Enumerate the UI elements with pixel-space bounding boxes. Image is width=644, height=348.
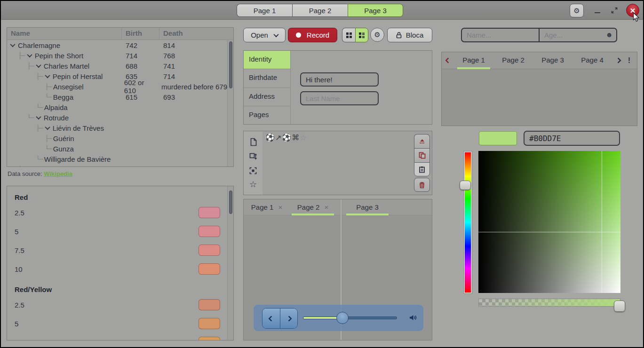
column-header-birth[interactable]: Birth — [122, 28, 159, 40]
tree-row[interactable]: ├─Charles Martel688741 — [7, 61, 227, 71]
tree-row[interactable]: ├─Ansegisel602 or 610murdered before 679 — [7, 81, 227, 92]
notebook-tab[interactable]: Page 2 — [493, 52, 533, 69]
tab-overflow-indicator[interactable]: ! — [628, 56, 630, 65]
seek-slider-handle[interactable] — [336, 312, 349, 324]
tree-row-name: Pepin of Herstal — [53, 72, 103, 80]
list-item[interactable]: 5 — [7, 314, 227, 333]
eject-button[interactable] — [414, 134, 430, 148]
alpha-slider-handle[interactable] — [614, 301, 625, 312]
settings-gear-button[interactable]: ⚙ — [570, 4, 584, 17]
expander-icon[interactable] — [45, 73, 50, 78]
hue-slider[interactable] — [463, 151, 472, 294]
hue-slider-handle[interactable] — [460, 181, 471, 190]
tree-line: └─ — [36, 104, 43, 111]
form-tab-birthdate[interactable]: Birthdate — [244, 69, 290, 87]
header-page-button[interactable]: Page 2 — [292, 4, 348, 17]
form-tab-address[interactable]: Address — [244, 88, 290, 106]
copy-icon — [419, 152, 426, 159]
form-tab-pages[interactable]: Pages — [244, 106, 290, 124]
saturation-value-plane[interactable] — [478, 151, 620, 293]
tree-row[interactable]: Charlemagne742814 — [7, 40, 227, 50]
tree-row[interactable]: ├─Liévin de Trèves — [7, 123, 227, 133]
grid-view-button[interactable] — [342, 28, 355, 42]
expander-icon[interactable] — [27, 52, 32, 57]
tree-row[interactable]: ├─Bertrade of Laon710783 — [7, 164, 227, 166]
alpha-slider[interactable] — [478, 299, 620, 307]
list-item[interactable]: 5 — [7, 222, 227, 241]
tree-scrollbar[interactable] — [227, 40, 233, 166]
color-swatch — [199, 318, 220, 329]
scrollbar-thumb[interactable] — [229, 190, 232, 214]
seek-slider[interactable] — [303, 316, 397, 319]
tree-line: ├─ — [18, 52, 25, 59]
color-swatch — [199, 226, 220, 237]
expander-icon[interactable] — [10, 42, 15, 47]
tree-row[interactable]: └─Begga615693 — [7, 92, 227, 102]
tree-row[interactable]: └─Willigarde de Bavière — [7, 154, 227, 164]
name-input[interactable] — [461, 28, 539, 42]
expander-icon[interactable] — [36, 114, 41, 119]
record-button[interactable]: Record — [288, 28, 337, 42]
notebook-tab[interactable]: Page 3 — [533, 52, 572, 69]
tree-row[interactable]: └─Rotrude — [7, 112, 227, 123]
hex-color-input[interactable] — [524, 131, 620, 146]
tab-scroll-forward-button[interactable] — [612, 58, 624, 63]
close-tab-icon[interactable]: × — [278, 203, 282, 211]
selected-color-swatch[interactable] — [479, 131, 517, 145]
tree-row[interactable]: ├─Pepin the Short714768 — [7, 50, 227, 61]
previous-button[interactable] — [262, 308, 280, 328]
textview-content[interactable]: ⚽↗⚽⌘☆ — [265, 133, 307, 142]
list-item[interactable]: 2.5 — [7, 295, 227, 314]
first-name-input[interactable] — [300, 72, 379, 87]
header-page-button[interactable]: Page 1 — [237, 4, 292, 17]
list-scrollbar[interactable] — [227, 186, 233, 340]
close-tab-icon[interactable]: × — [324, 203, 328, 211]
volume-button[interactable] — [409, 314, 418, 322]
list-item[interactable]: 7.5 — [7, 241, 227, 260]
color-swatch — [199, 207, 220, 218]
list-item[interactable]: 7.5 — [7, 333, 227, 340]
tree-row[interactable]: ├─Guérin — [7, 133, 227, 143]
tab-scroll-back-button[interactable] — [442, 58, 454, 63]
form-tab-identity[interactable]: Identity — [244, 51, 290, 69]
tree-row[interactable]: ├─Pepin of Herstal635714 — [7, 71, 227, 81]
tree-row[interactable]: └─Alpaida — [7, 102, 227, 112]
list-item[interactable]: 2.5 — [7, 203, 227, 222]
notebook-tab[interactable]: Page 4 — [572, 52, 612, 69]
star-icon[interactable]: ☆ — [244, 179, 262, 190]
linked-entries: ☻ — [461, 28, 617, 42]
focus-icon[interactable] — [249, 167, 257, 174]
tree-row[interactable]: └─Gunza — [7, 143, 227, 154]
text-view-panel[interactable]: ☆ ⚽↗⚽⌘☆ — [243, 131, 432, 195]
close-button[interactable]: ✕ — [626, 4, 639, 17]
notebook-tab[interactable]: Page 3 — [344, 199, 390, 215]
paste-button[interactable] — [414, 162, 430, 176]
delete-button[interactable] — [414, 178, 430, 192]
expander-icon[interactable] — [45, 125, 50, 130]
list-view-button[interactable] — [355, 28, 368, 42]
lock-button[interactable]: Bloca — [387, 28, 432, 42]
notebook-tab[interactable]: Page 1 — [454, 52, 493, 69]
new-document-icon[interactable] — [250, 138, 257, 146]
last-name-input[interactable] — [300, 91, 379, 105]
restore-button[interactable] — [610, 6, 620, 15]
move-resize-icon[interactable] — [249, 153, 257, 160]
table-header: Name Birth Death — [7, 28, 233, 40]
wikipedia-link[interactable]: Wikipedia — [44, 170, 72, 177]
notebook-tab[interactable]: Page 2× — [290, 199, 336, 215]
column-header-name[interactable]: Name — [7, 28, 122, 40]
expander-icon[interactable] — [36, 63, 41, 68]
scrollbar-thumb[interactable] — [229, 41, 232, 88]
tree-row-name: Gunza — [53, 145, 74, 153]
emoji-picker-icon[interactable]: ☻ — [605, 31, 613, 39]
textview-gutter: ☆ — [244, 131, 262, 195]
tools-gear-button[interactable]: ⚙ — [370, 28, 384, 42]
open-button[interactable]: Open — [243, 28, 286, 42]
header-page-button[interactable]: Page 3 — [348, 4, 403, 17]
next-button[interactable] — [280, 308, 297, 328]
column-header-death[interactable]: Death — [159, 28, 233, 40]
list-item[interactable]: 10 — [7, 260, 227, 278]
copy-button[interactable] — [414, 148, 430, 162]
notebook-tab[interactable]: Page 1× — [244, 199, 290, 215]
minimize-button[interactable] — [592, 5, 603, 16]
